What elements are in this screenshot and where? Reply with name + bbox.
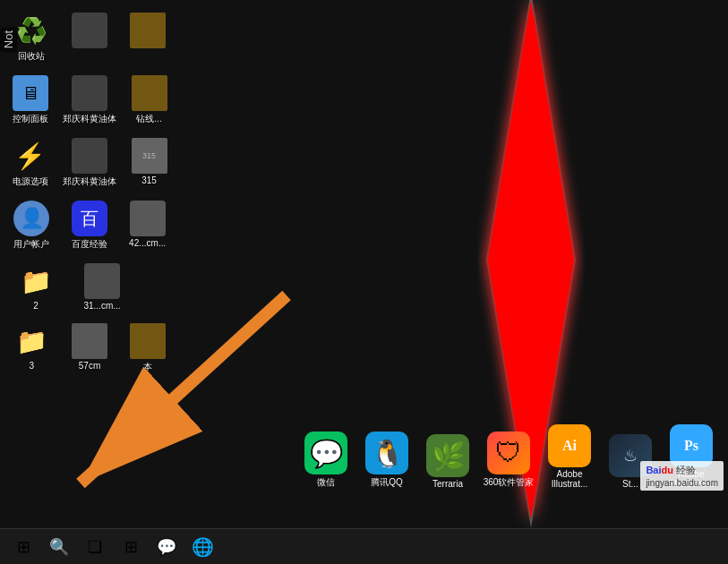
zheng-folder-icon[interactable]: 郑庆科黄油体 (59, 72, 120, 129)
360-label: 360软件管家 (484, 476, 535, 489)
zheng-sub-icon[interactable]: 钻线... (124, 72, 175, 129)
icon-row-2: 🖥 控制面板 郑庆科黄油体 钻线... (4, 72, 175, 129)
widgets-icon: ⊞ (124, 537, 138, 557)
desktop-icons-area: ♻️ 回收站 🖥 控制面板 郑庆科黄油体 (0, 0, 179, 528)
icon-row-1: ♻️ 回收站 (4, 9, 175, 66)
num42-icon[interactable]: 42...cm... (120, 197, 175, 252)
terraria-label: Terraria (433, 479, 463, 489)
360-icon: 🛡 (487, 432, 530, 474)
qq-label: 腾讯QQ (371, 476, 403, 489)
start-button[interactable]: ⊞ (7, 531, 39, 563)
wechat-icon: 💬 (304, 432, 347, 474)
taskbar: ⊞ 🔍 ❑ ⊞ 💬 🌐 (0, 528, 728, 564)
360-app[interactable]: 🛡 360软件管家 (478, 428, 539, 492)
widgets-button[interactable]: ⊞ (115, 531, 147, 563)
num31-icon[interactable]: 31...cm... (71, 260, 133, 314)
terraria-app[interactable]: 🌿 Terraria (417, 431, 478, 492)
search-button[interactable]: 🔍 (43, 531, 75, 563)
icon-row-5: 📁 2 31...cm... (4, 260, 175, 314)
ai-icon: Ai (548, 424, 591, 467)
baidu-icon[interactable]: 百 百度经验 (63, 197, 117, 254)
search-icon: 🔍 (49, 537, 69, 557)
num57cm-icon[interactable]: 57cm (63, 320, 117, 374)
qq-icon: 🐧 (365, 432, 408, 474)
qq-app[interactable]: 🐧 腾讯QQ (356, 428, 417, 492)
recycle-bin-icon[interactable]: ♻️ 回收站 (4, 9, 59, 66)
desktop: Not ♻️ 回收站 🖥 控制面板 郑 (0, 0, 728, 528)
num315-icon[interactable]: 315 315 (124, 134, 175, 189)
edge-button[interactable]: 🌐 (186, 531, 218, 563)
zheng-folder2-icon[interactable]: 郑庆科黄油体 (59, 134, 120, 192)
edge-icon: 🌐 (192, 536, 214, 558)
ai-label: Adobe Illustrat... (543, 469, 596, 489)
icon-row-6: 📁 3 57cm 本 (4, 320, 175, 377)
control-panel-icon[interactable]: 🖥 控制面板 (4, 72, 56, 129)
icon-row-3: ⚡ 电源选项 郑庆科黄油体 315 315 (4, 134, 175, 192)
wechat-app[interactable]: 💬 微信 (295, 428, 356, 492)
blurred-icon-1[interactable] (63, 9, 117, 54)
steam-label: St... (622, 479, 638, 489)
windows-icon: ⊞ (17, 537, 30, 557)
power-icon[interactable]: ⚡ 电源选项 (4, 134, 56, 192)
wechat-label: 微信 (317, 476, 335, 489)
folder2-icon[interactable]: 📁 2 (4, 260, 67, 314)
task-view-icon: ❑ (88, 537, 102, 557)
user-icon[interactable]: 👤 用户帐户 (4, 197, 59, 254)
folder3-icon[interactable]: 📁 3 (4, 320, 59, 374)
blurred-icon-brown-1[interactable] (120, 9, 175, 54)
chat-icon: 💬 (157, 537, 176, 557)
adobe-ai-app[interactable]: Ai Adobe Illustrat... (539, 421, 600, 492)
task-view-button[interactable]: ❑ (79, 531, 111, 563)
chat-button[interactable]: 💬 (150, 531, 183, 563)
baidu-watermark: Baidu 经验 jingyan.baidu.com (640, 461, 724, 491)
book-icon[interactable]: 本 (120, 320, 175, 377)
icon-row-4: 👤 用户帐户 百 百度经验 42...cm... (4, 197, 175, 254)
terraria-icon: 🌿 (426, 434, 469, 477)
